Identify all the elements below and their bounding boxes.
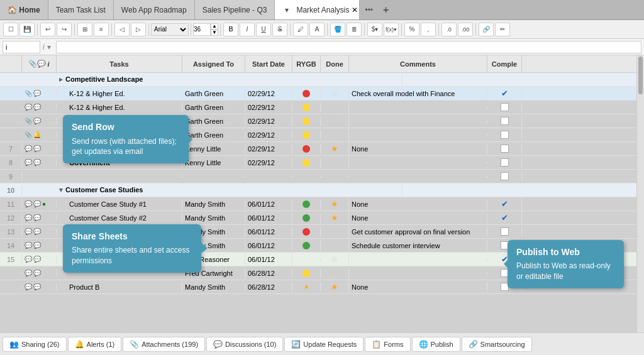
star-filled-icon[interactable]: ★ <box>331 282 338 292</box>
task-cell[interactable]: K-12 & Higher Ed. <box>57 102 182 112</box>
font-size-input[interactable] <box>193 23 211 36</box>
expand-icon[interactable]: ▸ <box>59 75 63 83</box>
bottom-tab-smartsourcing[interactable]: 🔗 Smartsourcing <box>462 337 532 352</box>
star-empty-icon[interactable]: ☆ <box>331 89 338 98</box>
grid-btn[interactable]: ⊞ <box>77 23 92 36</box>
star-empty-icon[interactable]: ☆ <box>331 130 338 139</box>
checkbox[interactable] <box>501 227 509 236</box>
formula-input[interactable] <box>56 41 641 53</box>
font-size-up[interactable]: ▲ <box>211 23 218 30</box>
bottom-tab-publish[interactable]: 🌐 Publish <box>412 337 460 352</box>
scrollbar-thumb[interactable] <box>638 57 643 94</box>
alerts-icon: 🔔 <box>75 340 84 349</box>
tab-web-app-roadmap[interactable]: Web App Roadmap <box>114 0 195 19</box>
tab-market-analysis[interactable]: Market Analysis <box>294 6 352 14</box>
col-header-start-date[interactable]: Start Date <box>245 55 292 72</box>
star-filled-icon[interactable]: ★ <box>331 213 338 222</box>
fill-btn[interactable]: 🪣 <box>330 23 345 36</box>
star-filled-icon[interactable]: ★ <box>331 144 338 153</box>
undo-btn[interactable]: ↩ <box>40 23 55 36</box>
checkbox[interactable] <box>501 145 509 153</box>
check-icon[interactable]: ✔ <box>501 213 508 222</box>
row-icons: 💬💬 <box>22 228 57 235</box>
comment-icon: 💬 <box>25 145 32 152</box>
bottom-tab-discussions[interactable]: 💬 Discussions (10) <box>206 337 283 352</box>
font-size-down[interactable]: ▼ <box>211 30 218 36</box>
comments-cell <box>349 272 487 275</box>
dec-inc-btn[interactable]: .0 <box>441 23 457 36</box>
task-cell[interactable]: Product B <box>57 282 182 292</box>
col-header-comments[interactable]: Comments <box>349 55 487 72</box>
star-filled-icon[interactable]: ★ <box>331 199 338 209</box>
task-cell[interactable]: Customer Case Study #1 <box>57 199 182 209</box>
tab-more-button[interactable]: ••• <box>360 6 378 14</box>
star-empty-icon[interactable]: ☆ <box>331 227 338 236</box>
checkbox[interactable] <box>501 158 509 167</box>
table-btn[interactable]: ≡ <box>94 23 109 36</box>
col-header-rygb[interactable]: RYGB <box>292 55 321 72</box>
link-btn[interactable]: 🔗 <box>479 23 494 36</box>
star-empty-icon[interactable]: ☆ <box>331 254 338 264</box>
task-cell[interactable]: ▸Competitive Landscape <box>57 74 402 85</box>
star-empty-icon[interactable]: ☆ <box>331 102 338 112</box>
col-header-done[interactable]: Done <box>321 55 349 72</box>
currency-btn[interactable]: $▾ <box>367 23 382 36</box>
indent-dec-btn[interactable]: ◁ <box>114 23 130 36</box>
star-empty-icon[interactable]: ☆ <box>331 158 338 167</box>
checkbox[interactable] <box>501 131 509 139</box>
italic-btn[interactable]: I <box>240 23 255 36</box>
col-header-assigned[interactable]: Assigned To <box>182 55 245 72</box>
tab-home[interactable]: 🏠 🏠 HomeHome <box>0 0 48 19</box>
tab-dropdown-arrow[interactable]: ▾ <box>280 6 294 14</box>
checkbox[interactable] <box>501 103 509 111</box>
star-empty-icon[interactable]: ☆ <box>331 241 338 250</box>
rygb-cell <box>292 158 321 168</box>
text-color-btn[interactable]: A <box>309 23 325 36</box>
check-icon[interactable]: ✔ <box>501 89 508 98</box>
task-cell[interactable] <box>57 175 182 178</box>
row-icons: 💬💬● <box>22 200 57 207</box>
rygb-cell: ★ <box>292 282 321 292</box>
expand-icon[interactable]: ▾ <box>59 186 63 194</box>
edit-btn[interactable]: ✏ <box>495 23 510 36</box>
row-num: 8 <box>0 158 22 168</box>
tab-sales-pipeline[interactable]: Sales Pipeline - Q3 <box>195 0 275 19</box>
bottom-tab-sharing[interactable]: 👥 Sharing (26) <box>3 337 67 352</box>
checkbox-btn[interactable]: ☐ <box>3 23 18 36</box>
star-empty-icon[interactable]: ☆ <box>331 116 338 126</box>
indent-inc-btn[interactable]: ▷ <box>131 23 146 36</box>
task-cell[interactable]: K-12 & Higher Ed. <box>57 89 182 99</box>
col-header-tasks[interactable]: Tasks <box>57 55 182 72</box>
strikethrough-btn[interactable]: S <box>272 23 287 36</box>
tab-team-task[interactable]: Team Task List <box>48 0 114 19</box>
cell-reference-input[interactable] <box>3 41 40 53</box>
bottom-tab-alerts[interactable]: 🔔 Alerts (1) <box>68 337 122 352</box>
format-btn[interactable]: ≣ <box>347 23 362 36</box>
formula-btn[interactable]: f(x)▾ <box>384 23 399 36</box>
bottom-tab-forms[interactable]: 📋 Forms <box>365 337 410 352</box>
check-icon[interactable]: ✔ <box>501 199 508 209</box>
font-family-select[interactable]: Arial <box>151 23 189 36</box>
comments-cell <box>349 161 487 164</box>
comma-btn[interactable]: , <box>421 23 436 36</box>
save-btn[interactable]: 💾 <box>19 23 35 36</box>
tab-close-icon[interactable]: ✕ <box>352 6 358 14</box>
bold-btn[interactable]: B <box>223 23 238 36</box>
highlight-btn[interactable]: 🖊 <box>293 23 308 36</box>
vertical-scrollbar[interactable] <box>636 55 644 332</box>
tab-add-button[interactable]: + <box>378 4 394 16</box>
percent-btn[interactable]: % <box>404 23 419 36</box>
start-cell: 06/01/12 <box>245 241 292 251</box>
bottom-tab-attachments[interactable]: 📎 Attachments (199) <box>123 337 205 352</box>
checkbox[interactable] <box>501 172 509 180</box>
redo-btn[interactable]: ↪ <box>57 23 72 36</box>
bottom-tab-update-requests[interactable]: 🔄 Update Requests <box>284 337 364 352</box>
dec-dec-btn[interactable]: .00 <box>458 23 473 36</box>
underline-btn[interactable]: U <box>256 23 271 36</box>
star-empty-icon[interactable]: ☆ <box>331 268 338 278</box>
task-cell[interactable]: ▾Customer Case Studies <box>57 185 402 195</box>
assigned-cell: Garth Green <box>182 89 245 99</box>
col-header-complete[interactable]: Comple <box>487 55 522 72</box>
checkbox[interactable] <box>501 117 509 125</box>
task-cell[interactable]: Customer Case Study #2 <box>57 213 182 223</box>
